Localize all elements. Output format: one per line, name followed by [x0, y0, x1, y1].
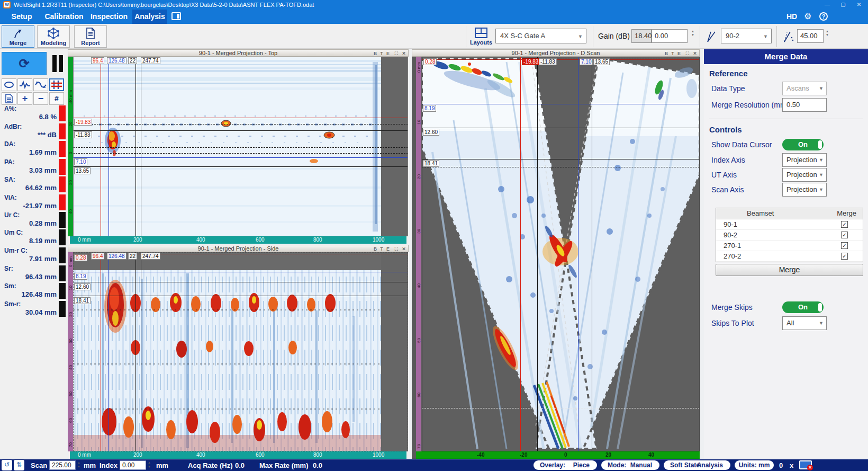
soft-state-pill[interactable]: Soft State: Analysis [664, 460, 730, 470]
beamset-row[interactable]: 90-2 ✓ [716, 230, 863, 241]
beamset-select[interactable]: 90-2▼ [721, 29, 772, 43]
maximize-button[interactable]: ▢ [837, 1, 849, 8]
grid-cursor-icon[interactable] [49, 78, 64, 91]
depth-cursor[interactable] [73, 296, 408, 296]
index-axis-strip[interactable]: -40 mm -20 0 20 40 [68, 57, 73, 236]
close-view-icon[interactable]: ✕ [401, 246, 407, 252]
index-cursor[interactable] [537, 57, 538, 451]
beamset-row[interactable]: 270-2 ✓ [716, 251, 863, 262]
alarm-bar [59, 141, 66, 157]
merge-checkbox[interactable]: ✓ [841, 253, 848, 260]
ascan-vertical-icon[interactable] [17, 78, 32, 91]
ascan-envelope-icon[interactable] [33, 78, 48, 91]
units-pill[interactable]: Units: mm [735, 460, 774, 470]
scan-axis-ruler[interactable]: 0 mm 200 400 600 800 1000 [70, 236, 406, 244]
indication-number-icon[interactable]: # [49, 92, 64, 105]
restore-view-icon[interactable]: ⛶ [684, 50, 691, 57]
show-data-cursor-toggle[interactable]: On [782, 139, 824, 150]
reference-index-cursor[interactable] [73, 118, 408, 118]
angle-spinner[interactable]: ▲▼ [824, 30, 830, 37]
merge-checkbox[interactable]: ✓ [841, 221, 848, 228]
bscan-button[interactable]: B [372, 246, 378, 252]
depth-cursor[interactable] [73, 282, 408, 282]
ut-axis-strip[interactable]: 0 mm 10 20 30 40 50 60 70 [416, 57, 421, 451]
reset-position-icon[interactable]: ↺ [2, 460, 12, 470]
tab-setup[interactable]: Setup [6, 10, 37, 24]
tscan-button[interactable]: T [670, 50, 676, 57]
measurement-scan-cursor[interactable] [108, 57, 109, 236]
merge-checkbox[interactable]: ✓ [841, 232, 848, 238]
measurement-value: -21.97 mm [23, 202, 57, 210]
escan-button[interactable]: E [385, 50, 391, 57]
layout-preset-select[interactable]: 4X S-C Gate A▼ [495, 29, 586, 43]
tab-analysis[interactable]: Analysis [132, 10, 167, 24]
merge-skips-toggle[interactable]: On [782, 301, 824, 313]
measurement-depth-cursor[interactable] [422, 104, 700, 104]
escan-button[interactable]: E [676, 50, 682, 57]
scan-axis-select[interactable]: Projection▼ [782, 183, 827, 197]
restore-view-icon[interactable]: ⛶ [393, 50, 400, 57]
restore-view-icon[interactable]: ⛶ [393, 246, 400, 252]
index-axis-select[interactable]: Projection▼ [782, 153, 827, 167]
index-position-field[interactable]: 0.00 [120, 460, 146, 470]
gain-adjust-field[interactable]: 0.00 [652, 29, 688, 43]
beamset-row[interactable]: 90-1 ✓ [716, 219, 863, 230]
merge-resolution-field[interactable]: 0.50 [782, 98, 827, 112]
gear-icon[interactable]: ⚙ [804, 11, 811, 21]
ut-axis-select[interactable]: Projection▼ [782, 168, 827, 182]
scan-spinner[interactable]: ▲▼ [76, 460, 82, 469]
gain-spinner[interactable]: ▲▼ [690, 30, 696, 37]
index-cursor[interactable] [73, 130, 408, 131]
close-view-icon[interactable]: ✕ [401, 50, 407, 57]
merge-checkbox[interactable]: ✓ [841, 242, 848, 249]
data-cursor[interactable] [135, 57, 136, 236]
sync-cursors-button[interactable]: ⟳ [2, 52, 47, 75]
tab-inspection[interactable]: Inspection [89, 10, 129, 24]
beamset-row[interactable]: 270-1 ✓ [716, 241, 863, 251]
reference-index-cursor[interactable] [520, 57, 521, 451]
merge-mode-button[interactable]: Merge [2, 25, 34, 48]
tscan-button[interactable]: T [378, 246, 385, 252]
minimize-button[interactable]: — [821, 1, 833, 8]
index-cursor[interactable] [592, 57, 592, 451]
report-button[interactable]: Report [74, 25, 107, 48]
measurement-index-cursor[interactable] [73, 157, 408, 158]
mode-pill[interactable]: Mode: Manual [601, 460, 659, 470]
depth-cursor[interactable] [422, 159, 700, 159]
index-spinner[interactable]: ▲▼ [147, 460, 152, 469]
close-button[interactable]: ✕ [853, 1, 865, 8]
pause-button[interactable] [50, 54, 65, 73]
tscan-button[interactable]: T [378, 50, 385, 57]
remote-display-icon[interactable]: ✕ [799, 460, 812, 469]
close-view-icon[interactable]: ✕ [692, 50, 698, 57]
layouts-button[interactable]: Layouts [469, 25, 493, 48]
encoder-icon[interactable]: ⇅ [14, 460, 24, 470]
skips-to-plot-select[interactable]: All▼ [782, 316, 827, 330]
escan-button[interactable]: E [385, 246, 391, 252]
depth-cursor[interactable] [422, 128, 700, 128]
merge-button[interactable]: Merge [716, 264, 863, 276]
tab-calibration[interactable]: Calibration [42, 10, 86, 24]
index-cursor[interactable] [73, 166, 408, 167]
ellipse-select-icon[interactable] [2, 78, 16, 91]
scan-axis-ruler[interactable]: 0 mm 200 400 600 800 1000 [70, 451, 406, 459]
zoom-in-icon[interactable]: + [17, 92, 32, 105]
bscan-button[interactable]: B [663, 50, 670, 57]
scan-position-field[interactable]: 225.00 [49, 460, 76, 470]
measurement-index-cursor[interactable] [578, 57, 578, 451]
reference-scan-cursor[interactable] [101, 57, 101, 236]
measurement-depth-cursor[interactable] [73, 272, 408, 272]
ut-axis-strip[interactable]: 0 mm 10 20 30 40 50 60 70 [68, 252, 73, 451]
cursor-value-chip: 126.48 [107, 57, 126, 64]
modeling-button[interactable]: Modeling [37, 25, 70, 48]
report-page-icon[interactable] [2, 92, 16, 105]
zoom-out-icon[interactable]: − [33, 92, 48, 105]
data-cursor[interactable] [141, 57, 141, 236]
reference-depth-cursor[interactable] [422, 59, 700, 60]
bscan-button[interactable]: B [372, 50, 378, 57]
overlay-pill[interactable]: Overlay: Piece [534, 460, 597, 470]
angle-field[interactable]: 45.00 [797, 29, 824, 43]
index-axis-ruler[interactable]: -40 -20 0 20 40 [416, 451, 700, 459]
panel-toggle-icon[interactable] [171, 12, 181, 20]
help-icon[interactable]: ? [819, 12, 828, 21]
